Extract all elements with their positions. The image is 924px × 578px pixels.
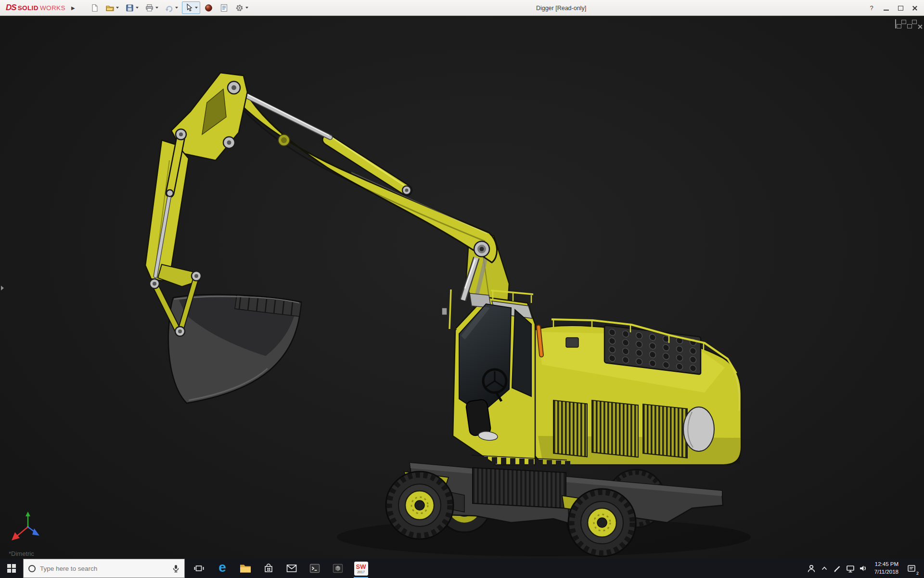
exhaust-stack[interactable] xyxy=(539,327,541,355)
cortana-circle-icon xyxy=(28,565,36,572)
chevron-right-icon xyxy=(1,286,4,290)
new-document-icon xyxy=(90,3,99,13)
solidworks-app-button[interactable]: SW 2017 xyxy=(349,559,372,578)
open-dropdown-caret[interactable] xyxy=(116,7,119,9)
appearance-button[interactable] xyxy=(202,1,216,14)
options-button[interactable] xyxy=(232,1,251,14)
new-window-button[interactable] xyxy=(895,20,896,28)
close-icon xyxy=(912,5,918,11)
save-button[interactable] xyxy=(123,1,141,14)
orientation-triad[interactable] xyxy=(11,511,44,544)
solidworks-logo: DS SOLIDWORKS xyxy=(0,3,69,13)
network-icon xyxy=(845,563,856,574)
graphics-viewport[interactable]: *Dimetric xyxy=(0,16,924,559)
select-arrow-icon xyxy=(184,3,193,13)
document-window-controls xyxy=(895,20,917,28)
taskbar-search[interactable] xyxy=(23,559,185,578)
mirror xyxy=(442,308,447,315)
maximize-button[interactable] xyxy=(893,0,908,16)
taskbar-clock[interactable]: 12:45 PM 7/11/2018 xyxy=(870,561,903,576)
logo-text-solid: SOLID xyxy=(18,4,38,12)
taskbar-apps: e xyxy=(188,559,372,578)
view-orientation-label: *Dimetric xyxy=(9,550,34,557)
undo-icon xyxy=(165,3,174,13)
store-button[interactable] xyxy=(257,559,280,578)
evaluate-button[interactable] xyxy=(217,1,231,14)
3d-viewer-icon xyxy=(332,563,344,574)
y-axis-arrow xyxy=(26,512,30,516)
edge-icon: e xyxy=(218,561,226,574)
new-window-icon xyxy=(895,19,896,28)
volume-icon xyxy=(858,563,869,574)
window-controls: ? xyxy=(864,0,922,16)
document-title: Digger [Read-only] xyxy=(536,0,586,16)
windows-logo-icon xyxy=(7,564,16,573)
save-icon xyxy=(125,3,134,13)
start-button[interactable] xyxy=(0,559,23,578)
seat xyxy=(465,399,491,436)
excavator-model[interactable] xyxy=(0,16,924,559)
evaluate-icon xyxy=(219,3,229,13)
logo-text-works: WORKS xyxy=(40,4,65,12)
clock-time: 12:45 PM xyxy=(875,561,898,568)
options-gear-icon xyxy=(235,3,244,13)
open-button[interactable] xyxy=(103,1,121,14)
front-left-wheel[interactable] xyxy=(386,472,453,539)
select-tool-button[interactable] xyxy=(182,1,200,14)
people-icon xyxy=(806,563,817,574)
side-window xyxy=(512,310,531,396)
print-dropdown-caret[interactable] xyxy=(155,7,158,9)
pen-button[interactable] xyxy=(831,559,844,578)
maximize-icon xyxy=(898,6,903,11)
open-folder-icon xyxy=(105,3,115,13)
file-explorer-button[interactable] xyxy=(234,559,257,578)
search-input[interactable] xyxy=(40,565,168,572)
screen: DS SOLIDWORKS ▶ xyxy=(0,0,924,578)
3d-viewer-button[interactable] xyxy=(326,559,349,578)
feature-panel-expand-tab[interactable] xyxy=(0,282,6,294)
toolbar-flyout-arrow-icon[interactable]: ▶ xyxy=(71,5,75,11)
rear-left-wheel[interactable] xyxy=(568,489,636,556)
network-button[interactable] xyxy=(844,559,857,578)
people-button[interactable] xyxy=(805,559,818,578)
titlebar: DS SOLIDWORKS ▶ xyxy=(0,0,924,16)
print-button[interactable] xyxy=(142,1,161,14)
task-view-icon xyxy=(193,563,205,574)
mail-icon xyxy=(286,564,297,573)
terminal-button[interactable] xyxy=(303,559,326,578)
appearance-sphere-icon xyxy=(204,3,213,13)
new-document-button[interactable] xyxy=(88,1,102,14)
store-icon xyxy=(263,563,274,574)
minimize-icon xyxy=(884,10,889,11)
z-axis-arrow xyxy=(32,528,39,536)
engine-compartment[interactable] xyxy=(534,319,741,465)
ds-logo-icon: DS xyxy=(6,3,16,13)
file-explorer-icon xyxy=(239,563,252,574)
cab[interactable] xyxy=(442,289,535,465)
print-icon xyxy=(145,3,154,13)
action-center-icon xyxy=(906,563,917,574)
close-button[interactable] xyxy=(908,0,922,16)
system-tray: 12:45 PM 7/11/2018 2 xyxy=(805,559,924,578)
clock-date: 7/11/2018 xyxy=(874,568,898,576)
notification-badge: 2 xyxy=(916,571,919,576)
pen-icon xyxy=(832,563,843,574)
microphone-icon[interactable] xyxy=(172,565,180,573)
task-view-button[interactable] xyxy=(188,559,211,578)
volume-button[interactable] xyxy=(857,559,870,578)
undo-button[interactable] xyxy=(162,1,180,14)
options-dropdown-caret[interactable] xyxy=(245,7,248,9)
mail-button[interactable] xyxy=(280,559,303,578)
stick-cylinder[interactable] xyxy=(241,92,407,190)
help-button[interactable]: ? xyxy=(864,0,879,16)
select-dropdown-caret[interactable] xyxy=(195,7,198,9)
save-dropdown-caret[interactable] xyxy=(136,7,139,9)
undo-dropdown-caret[interactable] xyxy=(175,7,178,9)
minimize-button[interactable] xyxy=(879,0,893,16)
solidworks-app-icon: SW 2017 xyxy=(354,562,368,576)
edge-button[interactable]: e xyxy=(211,559,234,578)
hidden-icons-button[interactable] xyxy=(818,559,831,578)
main-toolbar xyxy=(88,1,251,14)
terminal-icon xyxy=(309,563,321,574)
action-center-button[interactable]: 2 xyxy=(903,559,920,578)
